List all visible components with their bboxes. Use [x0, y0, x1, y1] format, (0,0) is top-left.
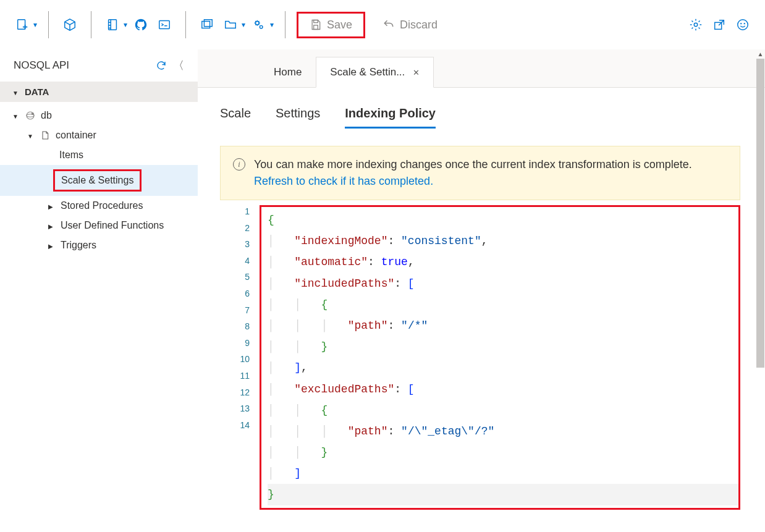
caret-down-icon [12, 87, 20, 97]
container-label: container [56, 130, 96, 141]
chevron-down-icon[interactable]: ▾ [270, 20, 274, 29]
subtab-scale-label: Scale [220, 106, 251, 120]
subtab-scale[interactable]: Scale [220, 106, 251, 129]
refresh-icon[interactable] [156, 60, 167, 71]
chevron-down-icon[interactable]: ▾ [124, 20, 127, 29]
sidebar-item-triggers[interactable]: Triggers [0, 235, 198, 255]
svg-point-16 [32, 113, 33, 115]
tab-scale-settings[interactable]: Scale & Settin... ✕ [316, 57, 434, 88]
scrollbar-thumb[interactable] [756, 59, 764, 368]
terminal-icon[interactable] [154, 15, 174, 35]
subtab-indexing-policy[interactable]: Indexing Policy [345, 106, 436, 129]
svg-rect-0 [18, 20, 25, 30]
svg-rect-7 [314, 20, 318, 23]
windows-icon[interactable] [197, 15, 217, 35]
collapse-icon[interactable]: 〈 [173, 58, 184, 73]
chevron-down-icon[interactable]: ▾ [242, 20, 245, 29]
svg-rect-3 [202, 22, 210, 28]
toolbar-divider [185, 11, 186, 38]
save-button-highlight: Save [297, 12, 365, 38]
section-label: DATA [25, 87, 49, 97]
discard-button[interactable]: Discard [374, 15, 446, 35]
document-icon [40, 130, 51, 141]
scale-settings-highlight: Scale & Settings [53, 169, 142, 192]
subtab-settings-label: Settings [276, 106, 320, 120]
svg-point-6 [260, 25, 263, 28]
info-icon: i [233, 158, 245, 171]
refresh-link[interactable]: Refresh to check if it has completed. [254, 175, 433, 187]
save-icon [310, 19, 322, 31]
banner-text: You can make more indexing changes once … [254, 158, 692, 171]
toolbar-divider [48, 11, 49, 38]
caret-right-icon [48, 240, 56, 251]
sidebar-item-udf[interactable]: User Defined Functions [0, 216, 198, 235]
caret-down-icon [12, 110, 20, 121]
info-banner: i You can make more indexing changes onc… [220, 146, 740, 200]
tab-home-label: Home [274, 66, 302, 78]
svg-point-11 [738, 20, 748, 30]
tree-database[interactable]: db [0, 106, 198, 125]
banner-text-wrap: You can make more indexing changes once … [254, 156, 727, 190]
close-icon[interactable]: ✕ [413, 68, 420, 77]
tab-bar: Home Scale & Settin... ✕ [198, 49, 765, 88]
code-editor[interactable]: {│ "indexingMode": "consistent",│ "autom… [260, 205, 740, 510]
open-external-icon[interactable] [709, 15, 729, 35]
svg-point-12 [741, 23, 742, 24]
sidebar: NOSQL API 〈 DATA db [0, 49, 198, 532]
caret-right-icon [48, 200, 56, 211]
feedback-smile-icon[interactable] [733, 15, 753, 35]
subtab-settings[interactable]: Settings [276, 106, 320, 129]
subtab-indexing-label: Indexing Policy [345, 106, 436, 120]
chevron-down-icon[interactable]: ▾ [33, 20, 37, 29]
sidebar-header: NOSQL API 〈 [0, 49, 198, 82]
scale-settings-label: Scale & Settings [61, 175, 133, 185]
svg-point-9 [694, 23, 698, 27]
discard-label: Discard [400, 19, 437, 32]
sidebar-item-scale-settings[interactable]: Scale & Settings [0, 165, 198, 196]
line-number-gutter: 1234567891011121314 [220, 204, 260, 510]
api-title: NOSQL API [14, 59, 69, 72]
svg-rect-8 [314, 25, 318, 30]
settings-panel: Scale Settings Indexing Policy i You can… [198, 88, 765, 532]
data-section-header[interactable]: DATA [0, 82, 198, 102]
svg-point-13 [744, 23, 745, 24]
db-label: db [41, 110, 52, 121]
save-button[interactable]: Save [301, 15, 361, 35]
caret-down-icon [27, 130, 35, 141]
new-item-icon[interactable] [12, 15, 32, 35]
tab-home[interactable]: Home [260, 57, 316, 88]
cube-icon[interactable] [60, 15, 80, 35]
settings-gear-icon[interactable] [686, 15, 706, 35]
svg-point-5 [256, 22, 260, 25]
scrollbar-track[interactable]: ▲ [756, 49, 765, 532]
notebook-icon[interactable] [103, 15, 122, 35]
svg-rect-4 [204, 20, 212, 27]
subtab-bar: Scale Settings Indexing Policy [220, 106, 740, 129]
toolbar-divider [285, 11, 285, 38]
gears-icon[interactable] [249, 15, 269, 35]
tab-scale-label: Scale & Settin... [330, 66, 405, 78]
github-icon[interactable] [131, 15, 151, 35]
stored-procs-label: Stored Procedures [61, 200, 143, 211]
undo-icon [382, 19, 395, 31]
folder-icon[interactable] [221, 15, 240, 35]
tree-container[interactable]: container [0, 125, 198, 145]
sidebar-item-items[interactable]: Items [0, 145, 198, 165]
caret-right-icon [48, 220, 56, 231]
toolbar: ▾ ▾ ▾ ▾ Save Discard [0, 0, 765, 49]
save-label: Save [327, 19, 352, 32]
code-content[interactable]: {│ "indexingMode": "consistent",│ "autom… [261, 207, 738, 508]
triggers-label: Triggers [61, 240, 96, 251]
svg-rect-2 [159, 21, 170, 29]
items-label: Items [59, 150, 83, 161]
database-icon [25, 110, 36, 121]
scroll-up-icon[interactable]: ▲ [756, 49, 765, 59]
udf-label: User Defined Functions [61, 220, 164, 231]
sidebar-item-stored-procedures[interactable]: Stored Procedures [0, 196, 198, 216]
content-area: Home Scale & Settin... ✕ Scale Settings … [198, 49, 765, 532]
toolbar-divider [91, 11, 91, 38]
